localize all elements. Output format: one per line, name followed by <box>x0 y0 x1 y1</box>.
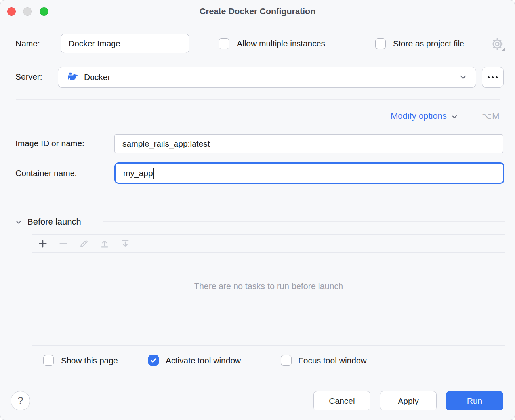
allow-multiple-instances-checkbox[interactable] <box>219 38 229 49</box>
container-name-label: Container name: <box>15 168 77 178</box>
run-button[interactable]: Run <box>446 391 503 410</box>
before-launch-empty-text: There are no tasks to run before launch <box>32 282 505 292</box>
store-as-project-file-checkbox[interactable] <box>375 38 386 49</box>
move-task-down-button[interactable] <box>119 237 132 250</box>
server-select[interactable]: Docker <box>58 67 476 88</box>
browse-servers-button[interactable] <box>482 67 504 88</box>
chevron-down-icon <box>450 113 459 121</box>
add-icon <box>38 239 48 248</box>
server-select-value: Docker <box>84 73 458 82</box>
allow-multiple-instances-label[interactable]: Allow multiple instances <box>237 39 325 48</box>
cancel-button[interactable]: Cancel <box>313 391 370 410</box>
focus-tool-window-label[interactable]: Focus tool window <box>298 356 367 365</box>
move-up-icon <box>100 239 109 248</box>
before-launch-toolbar <box>32 235 505 253</box>
activate-tool-window-label[interactable]: Activate tool window <box>166 356 241 365</box>
help-button-label: ? <box>18 395 23 407</box>
name-input[interactable]: Docker Image <box>61 34 189 53</box>
ellipsis-icon <box>488 76 498 78</box>
collapse-section-icon[interactable] <box>15 218 23 226</box>
show-this-page-checkbox[interactable] <box>43 355 54 366</box>
modify-options-link[interactable]: Modify options <box>391 111 459 121</box>
docker-icon <box>66 71 79 84</box>
store-as-project-file-label[interactable]: Store as project file <box>393 39 464 48</box>
modify-options-shortcut: ⌥M <box>482 111 500 122</box>
dialog-title: Create Docker Configuration <box>0 0 515 22</box>
container-name-input[interactable]: my_app <box>114 162 504 184</box>
image-id-label: Image ID or name: <box>15 139 84 148</box>
add-task-button[interactable] <box>36 237 49 250</box>
activate-tool-window-checkbox[interactable] <box>148 355 159 366</box>
remove-icon <box>59 239 68 248</box>
focus-tool-window-checkbox[interactable] <box>281 355 292 366</box>
move-task-up-button[interactable] <box>98 237 111 250</box>
chevron-down-icon <box>458 73 468 82</box>
name-input-value: Docker Image <box>69 39 120 48</box>
before-launch-divider <box>103 221 505 222</box>
before-launch-panel: There are no tasks to run before launch <box>32 234 505 346</box>
section-divider <box>16 99 500 100</box>
modify-options-label: Modify options <box>391 111 447 121</box>
image-id-input[interactable]: sample_rails_app:latest <box>114 134 503 153</box>
gear-icon[interactable] <box>490 37 504 51</box>
help-button[interactable]: ? <box>11 391 30 410</box>
image-id-input-value: sample_rails_app:latest <box>122 139 210 149</box>
apply-button[interactable]: Apply <box>380 391 437 410</box>
remove-task-button[interactable] <box>57 237 70 250</box>
before-launch-title[interactable]: Before launch <box>27 217 81 227</box>
server-label: Server: <box>15 72 42 82</box>
create-docker-configuration-dialog: Create Docker Configuration Name: Docker… <box>0 0 515 420</box>
move-down-icon <box>120 239 130 248</box>
text-caret <box>153 168 154 179</box>
container-name-input-value: my_app <box>123 168 153 178</box>
edit-task-button[interactable] <box>78 237 90 250</box>
checkmark-icon <box>150 357 157 364</box>
name-label: Name: <box>15 39 40 48</box>
edit-icon <box>79 239 89 248</box>
gear-dropdown-triangle <box>501 48 505 51</box>
titlebar: Create Docker Configuration <box>0 0 515 22</box>
show-this-page-label[interactable]: Show this page <box>61 356 118 365</box>
